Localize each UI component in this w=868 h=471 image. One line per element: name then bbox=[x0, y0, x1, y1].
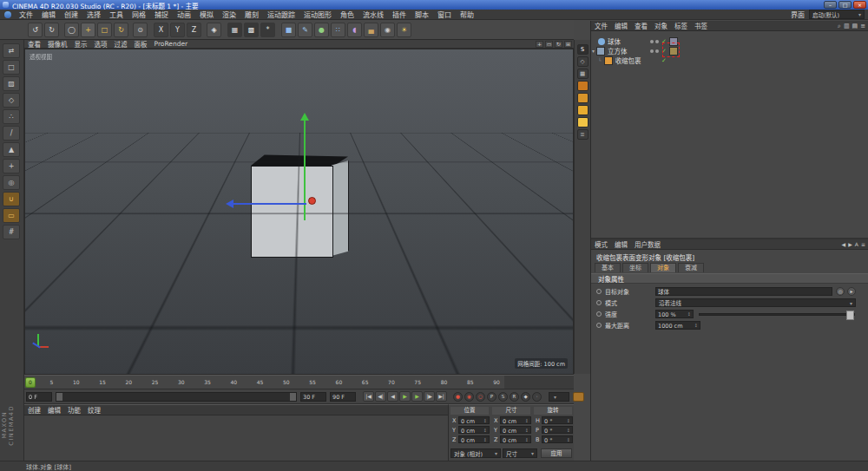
menu-item[interactable]: 窗口 bbox=[433, 10, 456, 19]
viewport-menu-item[interactable]: 显示 bbox=[71, 39, 91, 49]
tab-falloff[interactable]: 衰减 bbox=[678, 263, 704, 272]
maximize-button[interactable]: □ bbox=[838, 1, 852, 9]
attribute-menu-item[interactable]: 用户数据 bbox=[631, 239, 664, 249]
size-y-field[interactable]: 0 cm↕ bbox=[500, 426, 531, 434]
material-menu-item[interactable]: 功能 bbox=[64, 405, 84, 415]
assign-arrow-icon[interactable]: ▸ bbox=[847, 287, 856, 296]
render-picture-viewer-button[interactable]: ▩ bbox=[244, 23, 259, 37]
last-tool-used[interactable]: ⊙ bbox=[133, 23, 148, 37]
scripts-badge[interactable]: S bbox=[577, 44, 589, 55]
parameter-key-toggle[interactable]: ◆ bbox=[521, 392, 530, 402]
history-forward-icon[interactable]: ▶ bbox=[848, 241, 852, 247]
layer-swatch[interactable] bbox=[577, 117, 589, 128]
position-y-field[interactable]: 0 cm↕ bbox=[458, 426, 490, 434]
keyframe-circle-icon[interactable] bbox=[596, 323, 602, 328]
mode-dropdown[interactable]: 沿着法线 ▾ bbox=[655, 298, 856, 307]
coordinate-mode-dropdown[interactable]: 对象 (相对)▾ bbox=[450, 448, 501, 458]
rotate-view-icon[interactable]: ↻ bbox=[555, 41, 562, 48]
viewport-menu-item[interactable]: 查看 bbox=[24, 39, 44, 49]
layer-swatch[interactable] bbox=[577, 105, 589, 115]
layout-dropdown[interactable]: 启动(默认) ▾ bbox=[809, 10, 865, 19]
timeline-options-icon[interactable] bbox=[573, 392, 584, 402]
workplane-mode-icon[interactable]: ◇ bbox=[3, 93, 20, 108]
menu-item[interactable]: 运动跟踪 bbox=[263, 10, 299, 19]
y-axis-arrow[interactable] bbox=[304, 121, 306, 220]
scale-key-toggle[interactable]: S bbox=[498, 392, 508, 402]
render-view-button[interactable]: ▦ bbox=[227, 23, 242, 37]
close-button[interactable]: × bbox=[853, 1, 866, 9]
position-key-toggle[interactable]: P bbox=[487, 392, 496, 402]
move-view-icon[interactable]: + bbox=[536, 41, 543, 48]
size-mode-dropdown[interactable]: 尺寸▾ bbox=[503, 448, 537, 458]
strength-slider[interactable] bbox=[699, 313, 855, 316]
viewport-canvas[interactable]: 透视视图 网格间距: 100 cm bbox=[24, 49, 574, 375]
tab-coordinates[interactable]: 坐标 bbox=[622, 263, 648, 272]
slider-handle[interactable] bbox=[846, 311, 854, 320]
menu-item[interactable]: 网格 bbox=[128, 10, 150, 19]
viewport-solo-icon[interactable]: ◎ bbox=[3, 175, 20, 190]
viewport-menu-item[interactable]: ProRender bbox=[151, 40, 192, 48]
menu-item[interactable]: 捕捉 bbox=[150, 10, 173, 19]
points-mode-icon[interactable]: ∴ bbox=[3, 109, 20, 124]
keyframe-selection-button[interactable]: ○ bbox=[476, 392, 485, 402]
apply-button[interactable]: 应用 bbox=[541, 448, 572, 458]
current-frame-field[interactable]: 30 F bbox=[300, 392, 326, 402]
z-axis-lock-button[interactable]: Z bbox=[187, 23, 201, 37]
filter-icon[interactable]: ▥ bbox=[844, 23, 850, 29]
visibility-dot-icon[interactable] bbox=[655, 40, 659, 43]
add-cube-palette[interactable]: ■ bbox=[281, 23, 296, 37]
object-manager-menu-item[interactable]: 对象 bbox=[651, 21, 671, 30]
tab-basic[interactable]: 基本 bbox=[595, 263, 621, 272]
viewport-menu-item[interactable]: 面板 bbox=[131, 39, 151, 49]
menu-item[interactable]: 模拟 bbox=[195, 10, 218, 19]
object-tree[interactable]: 球体 ✓ ▾ 立方体 ✓ └ 收缩包裹 ✓ bbox=[591, 31, 868, 238]
object-picker-icon[interactable]: ◎ bbox=[836, 287, 845, 296]
attribute-menu-item[interactable]: 编辑 bbox=[611, 239, 631, 249]
subdivision-surface-palette[interactable]: ● bbox=[314, 23, 329, 37]
material-menu-item[interactable]: 编辑 bbox=[44, 405, 64, 415]
menu-item[interactable]: 帮助 bbox=[456, 10, 478, 19]
visibility-dot-icon[interactable] bbox=[655, 49, 659, 53]
quantize-icon[interactable]: # bbox=[3, 225, 20, 239]
viewport-menu-item[interactable]: 选项 bbox=[91, 39, 111, 49]
rotation-b-field[interactable]: 0 °↕ bbox=[542, 435, 573, 443]
floor-environment-palette[interactable]: ▄ bbox=[364, 23, 378, 37]
visibility-dot-icon[interactable] bbox=[650, 49, 654, 53]
material-menu-item[interactable]: 纹理 bbox=[84, 405, 104, 415]
menu-item[interactable]: 渲染 bbox=[218, 10, 240, 19]
enable-axis-icon[interactable]: + bbox=[3, 159, 20, 173]
menu-item[interactable]: 流水线 bbox=[358, 10, 388, 19]
model-mode-icon[interactable]: □ bbox=[3, 60, 20, 75]
menu-item[interactable]: 雕刻 bbox=[240, 10, 263, 19]
side-tool-icon[interactable]: ≡ bbox=[577, 129, 589, 140]
menu-item[interactable]: 运动图形 bbox=[299, 10, 336, 19]
visibility-dot-icon[interactable] bbox=[650, 40, 654, 43]
next-frame-button[interactable]: ▶ bbox=[411, 391, 423, 402]
section-header[interactable]: 对象属性 bbox=[591, 273, 868, 284]
search-icon[interactable]: ⌕ bbox=[838, 23, 841, 29]
menu-item[interactable]: 创建 bbox=[60, 10, 82, 19]
object-row-cube[interactable]: ▾ 立方体 ✓ bbox=[591, 46, 868, 56]
tab-object[interactable]: 对象 bbox=[650, 263, 676, 272]
x-axis-arrow[interactable] bbox=[233, 203, 306, 205]
layer-swatch[interactable] bbox=[577, 93, 589, 103]
start-frame-field[interactable]: 0 F bbox=[26, 392, 52, 402]
rotation-key-toggle[interactable]: R bbox=[510, 392, 519, 402]
scale-view-icon[interactable]: ▭ bbox=[545, 41, 553, 48]
array-generator-palette[interactable]: ∷ bbox=[331, 23, 345, 37]
menu-item[interactable]: 文件 bbox=[15, 10, 37, 19]
expander-icon[interactable]: ▾ bbox=[592, 48, 595, 54]
object-manager-menu-item[interactable]: 文件 bbox=[591, 21, 611, 30]
object-manager-menu-item[interactable]: 标签 bbox=[671, 21, 691, 30]
origin-handle[interactable] bbox=[308, 197, 316, 205]
render-settings-button[interactable]: * bbox=[260, 23, 275, 37]
record-keyframe-button[interactable]: ● bbox=[453, 392, 463, 402]
options-icon[interactable]: ≡ bbox=[860, 23, 865, 29]
current-frame-marker[interactable]: 0 bbox=[25, 377, 36, 388]
keyframe-circle-icon[interactable] bbox=[596, 300, 602, 305]
material-menu-item[interactable]: 创建 bbox=[24, 405, 44, 415]
side-tool-icon[interactable]: ▦ bbox=[577, 69, 589, 79]
object-name[interactable]: 立方体 bbox=[608, 46, 628, 56]
rotate-tool[interactable]: ↻ bbox=[114, 23, 128, 37]
menu-item[interactable]: 动画 bbox=[173, 10, 195, 19]
